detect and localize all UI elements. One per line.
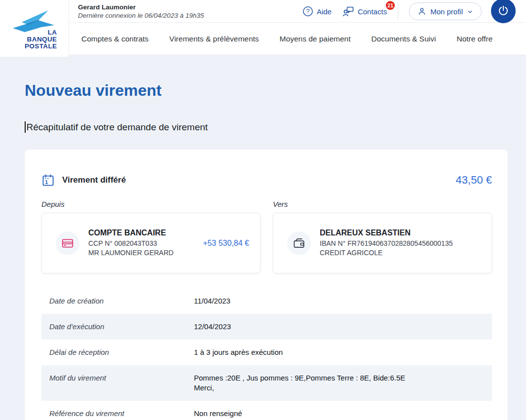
detail-row-delai-reception: Délai de réception 1 à 3 jours après exé…: [41, 340, 492, 365]
nav-item-virements-prelevements[interactable]: Virements & prélèvements: [169, 35, 259, 43]
user-name: Gerard Laumonier: [78, 3, 204, 11]
profile-person-icon: [417, 7, 426, 16]
recap-subtitle: Récapitulatif de votre demande de vireme…: [27, 122, 208, 133]
transfer-summary-card: 1 Virement différé 43,50 € Depuis: [25, 150, 508, 420]
to-iban: IBAN N° FR7619406370282805456000135: [320, 239, 452, 248]
nav-item-moyens-paiement[interactable]: Moyens de paiement: [280, 35, 351, 43]
help-icon: ?: [302, 6, 313, 17]
to-section-label: Vers: [273, 200, 492, 208]
profile-label: Mon profil: [430, 7, 463, 16]
bank-logo[interactable]: LA BANQUE POSTALE: [0, 0, 69, 57]
last-connection: Dernière connexion le 06/04/2023 à 19h35: [78, 12, 204, 19]
detail-value-motif-line1: Pommes :20E , Jus pommes : 9E,Pommes Ter…: [194, 373, 405, 383]
detail-label: Motif du virement: [49, 373, 194, 382]
detail-value-motif-line2: Merci,: [194, 383, 405, 393]
from-account-card: COMPTE BANCAIRE CCP N° 0082043T033 MR LA…: [41, 213, 261, 273]
nav-item-comptes-contrats[interactable]: Comptes & contrats: [81, 35, 149, 43]
to-bank-name: CREDIT AGRICOLE: [320, 248, 452, 258]
from-account-number: CCP N° 0082043T033: [88, 239, 174, 248]
contacts-label: Contacts: [358, 7, 387, 16]
detail-label: Date d'exécution: [49, 322, 194, 331]
calendar-icon: 1: [41, 173, 55, 187]
header-divider: [398, 3, 398, 20]
help-label: Aide: [317, 7, 332, 16]
header-top-row: Gerard Laumonier Dernière connexion le 0…: [69, 0, 526, 23]
page-title: Nouveau virement: [25, 81, 508, 100]
main-nav: Comptes & contrats Virements & prélèveme…: [69, 23, 526, 55]
from-account-balance: +53 530,84 €: [203, 239, 249, 248]
wallet-icon: [293, 237, 305, 250]
detail-value: 12/04/2023: [194, 322, 231, 332]
from-account-icon-circle: [56, 231, 79, 255]
detail-value: 11/04/2023: [194, 296, 230, 306]
from-account-name: COMPTE BANCAIRE: [88, 229, 174, 237]
detail-value: 1 à 3 jours après exécution: [194, 347, 283, 357]
chevron-down-icon: [467, 8, 473, 15]
detail-row-reference: Référence du virement Non renseigné: [41, 401, 492, 420]
detail-value: Non renseigné: [194, 409, 242, 419]
user-info: Gerard Laumonier Dernière connexion le 0…: [78, 3, 204, 19]
contacts-link[interactable]: Contacts 21: [342, 5, 387, 17]
detail-label: Référence du virement: [49, 409, 194, 418]
help-link[interactable]: ? Aide: [302, 6, 332, 17]
credit-card-icon: [61, 237, 74, 250]
text-cursor: [25, 121, 26, 133]
detail-row-motif: Motif du virement Pommes :20E , Jus pomm…: [41, 365, 492, 401]
detail-row-date-creation: Date de création 11/04/2023: [41, 288, 492, 314]
nav-item-notre-offre[interactable]: Notre offre: [456, 35, 492, 43]
to-account-icon-circle: [287, 231, 311, 255]
svg-text:?: ?: [306, 8, 310, 15]
contacts-badge: 21: [386, 1, 395, 10]
detail-row-date-execution: Date d'exécution 12/04/2023: [41, 314, 492, 340]
transfer-details-table: Date de création 11/04/2023 Date d'exécu…: [41, 288, 492, 420]
nav-item-documents-suivi[interactable]: Documents & Suivi: [372, 35, 436, 43]
transfer-type-label: Virement différé: [62, 175, 126, 185]
transfer-amount: 43,50 €: [456, 174, 492, 187]
power-icon: [497, 5, 509, 17]
main-content: Nouveau virement Récapitulatif de votre …: [0, 81, 526, 420]
profile-button[interactable]: Mon profil: [409, 2, 482, 20]
logout-power-button[interactable]: [491, 0, 516, 23]
to-account-card: DELAREUX SEBASTIEN IBAN N° FR76194063702…: [273, 213, 492, 273]
from-account-holder: MR LAUMONIER GERARD: [88, 248, 174, 258]
contacts-icon: [342, 5, 354, 17]
to-beneficiary-name: DELAREUX SEBASTIEN: [320, 229, 452, 237]
from-section-label: Depuis: [41, 200, 261, 208]
bank-logo-text: LA BANQUE POSTALE: [9, 29, 60, 50]
svg-text:1: 1: [45, 179, 48, 185]
detail-label: Date de création: [49, 296, 194, 305]
header: LA BANQUE POSTALE Gerard Laumonier Derni…: [0, 0, 526, 55]
detail-label: Délai de réception: [49, 347, 194, 356]
